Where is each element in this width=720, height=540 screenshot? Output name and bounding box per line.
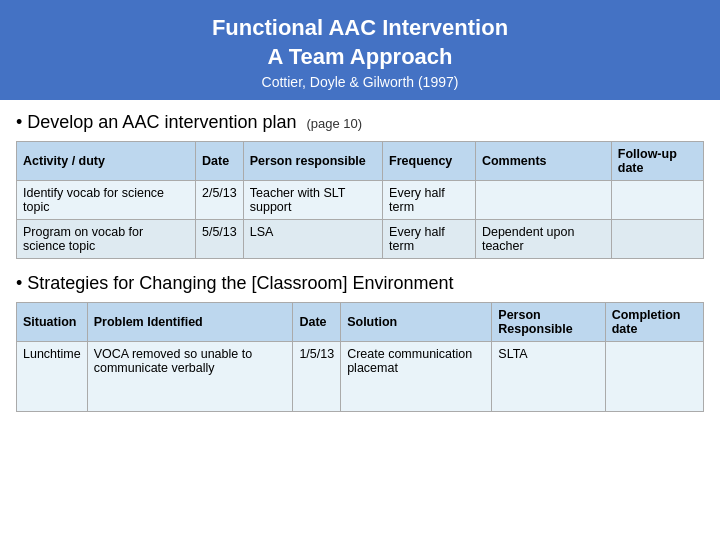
col2-person: Person Responsible	[492, 303, 605, 342]
section1-heading: • Develop an AAC intervention plan (page…	[16, 112, 704, 133]
page-header: Functional AAC Intervention A Team Appro…	[0, 0, 720, 100]
table1-header-row: Activity / duty Date Person responsible …	[17, 142, 704, 181]
table-row: Program on vocab for science topic 5/5/1…	[17, 220, 704, 259]
row2-date: 5/5/13	[195, 220, 243, 259]
row3-date: 1/5/13	[293, 342, 341, 412]
col-date: Date	[195, 142, 243, 181]
col2-solution: Solution	[341, 303, 492, 342]
col-comments: Comments	[475, 142, 611, 181]
row1-activity: Identify vocab for science topic	[17, 181, 196, 220]
row3-person: SLTA	[492, 342, 605, 412]
row1-comments	[475, 181, 611, 220]
col-followup: Follow-up date	[611, 142, 703, 181]
row3-situation: Lunchtime	[17, 342, 88, 412]
row2-activity: Program on vocab for science topic	[17, 220, 196, 259]
header-title: Functional AAC Intervention A Team Appro…	[10, 14, 710, 71]
row2-followup	[611, 220, 703, 259]
col-activity: Activity / duty	[17, 142, 196, 181]
row1-frequency: Every half term	[383, 181, 476, 220]
row1-date: 2/5/13	[195, 181, 243, 220]
col2-problem: Problem Identified	[87, 303, 293, 342]
row3-completion	[605, 342, 703, 412]
row1-followup	[611, 181, 703, 220]
main-content: • Develop an AAC intervention plan (page…	[0, 100, 720, 436]
row3-problem: VOCA removed so unable to communicate ve…	[87, 342, 293, 412]
section2-heading: • Strategies for Changing the [Classroom…	[16, 273, 704, 294]
row1-person: Teacher with SLT support	[243, 181, 382, 220]
header-title-line2: A Team Approach	[268, 44, 453, 69]
col2-situation: Situation	[17, 303, 88, 342]
col-person: Person responsible	[243, 142, 382, 181]
table-row: Identify vocab for science topic 2/5/13 …	[17, 181, 704, 220]
header-subtitle: Cottier, Doyle & Gilworth (1997)	[10, 74, 710, 90]
section1-page-ref: (page 10)	[307, 116, 363, 131]
section2-heading-text: • Strategies for Changing the [Classroom…	[16, 273, 454, 293]
section1-heading-text: • Develop an AAC intervention plan	[16, 112, 296, 132]
row2-frequency: Every half term	[383, 220, 476, 259]
col-frequency: Frequency	[383, 142, 476, 181]
row2-comments: Dependent upon teacher	[475, 220, 611, 259]
header-title-line1: Functional AAC Intervention	[212, 15, 508, 40]
classroom-strategies-table: Situation Problem Identified Date Soluti…	[16, 302, 704, 412]
table2-header-row: Situation Problem Identified Date Soluti…	[17, 303, 704, 342]
col2-date: Date	[293, 303, 341, 342]
row3-solution: Create communication placemat	[341, 342, 492, 412]
table-row: Lunchtime VOCA removed so unable to comm…	[17, 342, 704, 412]
col2-completion: Completion date	[605, 303, 703, 342]
row2-person: LSA	[243, 220, 382, 259]
intervention-plan-table: Activity / duty Date Person responsible …	[16, 141, 704, 259]
